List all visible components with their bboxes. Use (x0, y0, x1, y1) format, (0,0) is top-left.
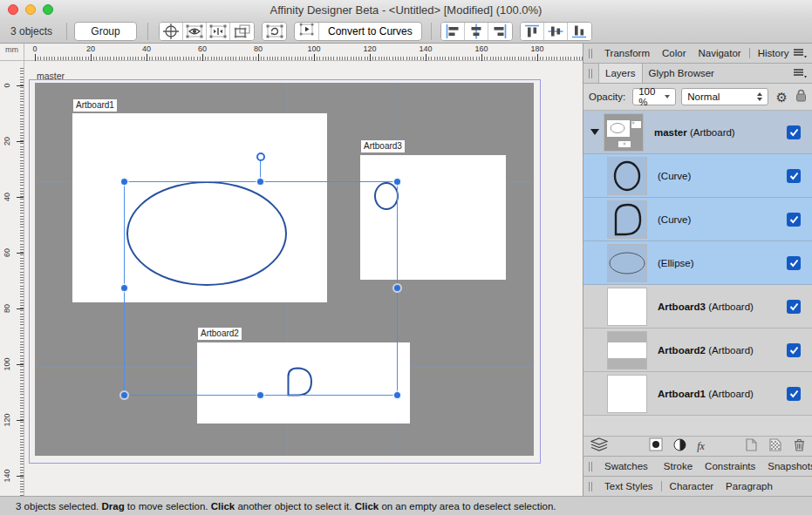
fill-opacity-icon[interactable] (649, 437, 663, 455)
panel-drag-grip-icon[interactable] (589, 49, 592, 58)
tab-color[interactable]: Color (656, 44, 692, 63)
ruler-label: 40 (136, 44, 157, 53)
layers-list-empty-area[interactable] (583, 416, 812, 437)
tab-transform[interactable]: Transform (598, 44, 656, 63)
show-selection-button[interactable] (183, 23, 207, 40)
tab-layers[interactable]: Layers (598, 64, 643, 83)
canvas-pane: mm 0 20 40 60 80 100 120 140 160 180 0 2… (0, 44, 583, 496)
tab-text-styles[interactable]: Text Styles (598, 477, 659, 496)
layer-visibility-checkbox[interactable] (787, 125, 801, 139)
tab-history[interactable]: History (752, 44, 795, 63)
layer-row-artboard3[interactable]: Artboard3 (Artboard) (583, 285, 812, 329)
artboard3-label[interactable]: Artboard3 (361, 140, 405, 152)
selection-handle-middle-left[interactable] (121, 285, 127, 291)
layer-row-curve-2[interactable]: (Curve) (583, 198, 812, 241)
rotate-tool-group (262, 22, 287, 41)
align-bottom-button[interactable] (568, 23, 591, 40)
group-button[interactable]: Group (74, 22, 137, 41)
small-curve-circle-shape[interactable] (374, 182, 399, 210)
selection-handle-top-center[interactable] (257, 179, 263, 185)
ruler-unit-label: mm (0, 44, 24, 61)
titlebar: Affinity Designer Beta - <Untitled> [Mod… (0, 0, 812, 19)
toolbar-separator (147, 23, 148, 40)
panel-drag-grip-icon[interactable] (589, 482, 592, 491)
lock-icon[interactable] (795, 89, 807, 105)
selection-handle-top-left[interactable] (121, 179, 127, 185)
layer-name: Artboard1 (Artboard) (658, 389, 754, 399)
transform-objects-button[interactable] (207, 23, 230, 40)
layer-row-master[interactable]: master (Artboard) (583, 111, 812, 154)
new-layer-icon[interactable] (746, 438, 757, 455)
right-panel: Transform Color Navigator History Layers… (583, 44, 812, 496)
tab-glyph-browser[interactable]: Glyph Browser (643, 64, 720, 83)
layer-visibility-checkbox[interactable] (787, 169, 801, 183)
teardrop-curve-shape[interactable] (287, 367, 313, 396)
align-right-button[interactable] (488, 23, 512, 40)
artboard2-label[interactable]: Artboard2 (198, 328, 242, 340)
tab-navigator[interactable]: Navigator (692, 44, 747, 63)
layer-visibility-checkbox[interactable] (787, 213, 801, 227)
artboard3[interactable] (360, 155, 506, 280)
insert-behaviour-button[interactable] (295, 23, 319, 40)
selection-handle-bottom-left[interactable] (121, 392, 127, 398)
layer-row-ellipse[interactable]: (Ellipse) (583, 241, 812, 285)
layer-row-artboard1[interactable]: Artboard1 (Artboard) (583, 372, 812, 416)
new-mask-icon[interactable] (769, 438, 781, 455)
panel-drag-grip-icon[interactable] (589, 462, 592, 471)
ruler-minor-ticks (20, 68, 24, 496)
convert-to-curves-button[interactable]: Convert to Curves (319, 25, 421, 37)
align-center-horizontal-button[interactable] (465, 23, 488, 40)
adjustment-half-circle-icon[interactable] (673, 438, 686, 455)
layer-visibility-checkbox[interactable] (787, 387, 801, 401)
selection-handle-top-right[interactable] (394, 179, 400, 185)
selection-handle-middle-right[interactable] (394, 285, 400, 291)
artboard1-label[interactable]: Artboard1 (73, 99, 117, 112)
gear-icon[interactable]: ⚙ (776, 91, 788, 104)
disclosure-triangle-icon[interactable] (590, 129, 599, 135)
ellipse-shape[interactable] (126, 181, 287, 286)
layer-row-curve-1[interactable]: (Curve) (583, 154, 812, 198)
selection-handle-bottom-right[interactable] (394, 392, 400, 398)
ruler-label: 140 (0, 471, 17, 481)
tab-divider (661, 481, 662, 491)
toolbar-separator (431, 23, 432, 40)
tab-character[interactable]: Character (664, 477, 720, 496)
panel-menu-icon[interactable] (793, 48, 807, 60)
horizontal-ruler[interactable]: 0 20 40 60 80 100 120 140 160 180 (24, 44, 583, 61)
panel-drag-grip-icon[interactable] (589, 69, 592, 78)
align-middle-vertical-icon (547, 23, 564, 40)
vertical-ruler[interactable]: 0 20 40 60 80 100 120 140 (0, 61, 24, 496)
trash-icon[interactable] (794, 438, 805, 455)
blend-mode-value: Normal (687, 91, 720, 102)
layer-row-artboard2[interactable]: Artboard2 (Artboard) (583, 329, 812, 372)
window-title: Affinity Designer Beta - <Untitled> [Mod… (0, 3, 812, 17)
rotate-selection-button[interactable] (263, 23, 286, 40)
tab-snapshots[interactable]: Snapshots (761, 457, 812, 476)
layer-name: Artboard2 (Artboard) (658, 345, 754, 356)
selection-handle-bottom-center[interactable] (257, 392, 263, 398)
tab-constraints[interactable]: Constraints (699, 457, 761, 476)
artboard-thumbnail (607, 375, 647, 413)
transform-origin-button[interactable] (160, 23, 183, 40)
panel-menu-icon[interactable] (793, 68, 807, 80)
align-bottom-icon (570, 23, 588, 40)
ruler-label: 40 (0, 192, 17, 202)
align-top-button[interactable] (521, 23, 544, 40)
align-vertical-group (520, 22, 592, 41)
layer-visibility-checkbox[interactable] (787, 256, 801, 270)
tab-stroke[interactable]: Stroke (658, 457, 699, 476)
document-viewport[interactable]: master Artboard1 Artboard3 Artboard2 (24, 61, 583, 496)
opacity-dropdown[interactable]: 100 % (632, 88, 676, 105)
align-top-icon (523, 23, 541, 40)
tab-paragraph[interactable]: Paragraph (720, 477, 779, 496)
rotation-handle[interactable] (256, 152, 265, 161)
layer-effects-fx-icon[interactable]: fx (697, 440, 705, 453)
layers-stack-icon[interactable] (590, 437, 608, 455)
blend-mode-dropdown[interactable]: Normal (681, 88, 768, 105)
align-left-button[interactable] (441, 23, 465, 40)
layer-visibility-checkbox[interactable] (787, 300, 801, 314)
cycle-selection-box-button[interactable] (230, 23, 254, 40)
align-middle-vertical-button[interactable] (544, 23, 568, 40)
tab-swatches[interactable]: Swatches (598, 457, 654, 476)
layer-visibility-checkbox[interactable] (787, 343, 801, 357)
